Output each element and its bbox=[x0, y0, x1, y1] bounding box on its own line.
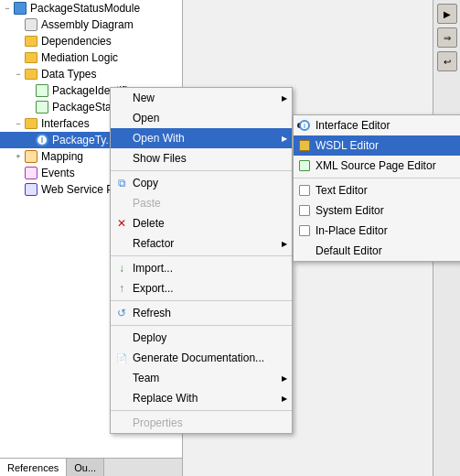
node-label-events: Events bbox=[41, 167, 75, 179]
menu-separator bbox=[111, 410, 292, 411]
submenu-openwith: IInterface EditorWSDL EditorXML Source P… bbox=[293, 114, 460, 262]
menu-item-replacewith[interactable]: Replace With▶ bbox=[111, 388, 292, 408]
submenu-item-label-inplace-editor: In-Place Editor bbox=[316, 224, 388, 237]
menu-item-label-import: Import... bbox=[133, 262, 173, 275]
menu-item-properties: Properties bbox=[111, 413, 292, 433]
submenu-item-interface-editor[interactable]: IInterface Editor bbox=[294, 115, 460, 135]
submenu-item-inplace-editor[interactable]: In-Place Editor bbox=[294, 221, 460, 241]
menu-separator bbox=[111, 255, 292, 256]
node-label-mapping: Mapping bbox=[41, 150, 83, 163]
submenu-arrow-replacewith: ▶ bbox=[282, 395, 287, 403]
menu-item-label-deploy: Deploy bbox=[133, 331, 166, 344]
expand-icon-mediation[interactable] bbox=[13, 52, 24, 63]
menu-item-paste: Paste bbox=[111, 193, 292, 213]
submenu-item-label-default-editor: Default Editor bbox=[316, 244, 382, 257]
expand-icon-pkgstatus[interactable] bbox=[24, 102, 35, 113]
submenu-arrow-new: ▶ bbox=[282, 94, 287, 103]
tree-node-mediation[interactable]: Mediation Logic bbox=[0, 49, 182, 66]
expand-icon-webservice[interactable] bbox=[13, 184, 24, 195]
toolbar-btn-1[interactable]: ▶ bbox=[437, 4, 457, 24]
menu-item-label-open: Open bbox=[133, 112, 159, 124]
export-icon: ↑ bbox=[114, 281, 129, 296]
node-icon-events bbox=[24, 166, 38, 180]
toolbar-btn-2[interactable]: ⇒ bbox=[437, 27, 457, 48]
submenu-item-system-editor[interactable]: System Editor bbox=[294, 200, 460, 221]
menu-item-label-openwith: Open With bbox=[133, 132, 185, 145]
submenu-item-label-wsdl-editor: WSDL Editor bbox=[316, 139, 379, 152]
gendoc-icon: 📄 bbox=[114, 351, 129, 365]
menu-separator bbox=[111, 300, 292, 301]
submenu-item-xml-source[interactable]: XML Source Page Editor bbox=[294, 156, 460, 176]
tree-node-dependencies[interactable]: Dependencies bbox=[0, 33, 182, 49]
node-icon-data bbox=[35, 83, 49, 98]
node-icon-data bbox=[35, 100, 49, 114]
node-label-pkgtype: PackageTy... bbox=[52, 134, 114, 146]
menu-item-gendoc[interactable]: 📄Generate Documentation... bbox=[111, 348, 292, 368]
expand-icon-pkg-module[interactable]: − bbox=[2, 3, 13, 14]
context-menu: New▶OpenOpen With▶Show Files⧉CopyPaste✕D… bbox=[110, 87, 293, 434]
expand-icon-interfaces[interactable]: − bbox=[13, 118, 24, 129]
menu-item-import[interactable]: ↓Import... bbox=[111, 258, 292, 278]
menu-item-open[interactable]: Open bbox=[111, 108, 292, 128]
expand-icon-events[interactable] bbox=[13, 168, 24, 178]
expand-icon-assembly[interactable] bbox=[13, 19, 24, 30]
menu-item-label-showfiles: Show Files bbox=[133, 152, 187, 165]
menu-item-openwith[interactable]: Open With▶ bbox=[111, 128, 292, 148]
menu-item-label-properties: Properties bbox=[133, 416, 183, 429]
menu-separator bbox=[111, 170, 292, 171]
menu-item-label-delete: Delete bbox=[133, 217, 165, 230]
tree-node-datatypes[interactable]: −Data Types bbox=[0, 66, 182, 82]
delete-icon: ✕ bbox=[114, 216, 129, 231]
submenu-item-default-editor[interactable]: Default Editor bbox=[294, 241, 460, 261]
menu-item-deploy[interactable]: Deploy bbox=[111, 328, 292, 348]
node-label-interfaces: Interfaces bbox=[41, 117, 90, 130]
menu-item-label-paste: Paste bbox=[133, 197, 161, 210]
menu-item-delete[interactable]: ✕Delete bbox=[111, 213, 292, 233]
interface-icon-sm: I bbox=[297, 118, 312, 133]
submenu-item-label-text-editor: Text Editor bbox=[316, 184, 368, 197]
node-icon-folder bbox=[24, 50, 38, 65]
xml-icon-sm bbox=[297, 158, 312, 173]
menu-item-label-refresh: Refresh bbox=[133, 307, 171, 319]
menu-item-refactor[interactable]: Refactor▶ bbox=[111, 233, 292, 254]
submenu-item-text-editor[interactable]: Text Editor bbox=[294, 180, 460, 200]
menu-item-label-replacewith: Replace With bbox=[133, 392, 198, 405]
node-icon-interface: I bbox=[35, 133, 49, 147]
menu-item-team[interactable]: Team▶ bbox=[111, 368, 292, 388]
submenu-arrow-openwith: ▶ bbox=[282, 135, 287, 143]
node-icon-web bbox=[24, 182, 38, 197]
menu-item-label-team: Team bbox=[133, 372, 159, 384]
tree-node-assembly[interactable]: Assembly Diagram bbox=[0, 16, 182, 33]
import-icon: ↓ bbox=[114, 261, 129, 276]
expand-icon-mapping[interactable]: + bbox=[13, 151, 24, 162]
submenu-item-label-interface-editor: Interface Editor bbox=[316, 119, 390, 132]
tab-outline[interactable]: Ou... bbox=[67, 459, 104, 476]
menu-item-label-new: New bbox=[133, 92, 155, 104]
menu-item-copy[interactable]: ⧉Copy bbox=[111, 173, 292, 193]
expand-icon-dependencies[interactable] bbox=[13, 36, 24, 47]
menu-item-export[interactable]: ↑Export... bbox=[111, 278, 292, 298]
menu-item-refresh[interactable]: ↺Refresh bbox=[111, 303, 292, 323]
menu-item-new[interactable]: New▶ bbox=[111, 88, 292, 108]
submenu-separator bbox=[294, 178, 460, 178]
text-icon-sm bbox=[297, 223, 312, 238]
bottom-tab-bar: References Ou... bbox=[0, 458, 183, 476]
node-icon-assembly bbox=[24, 17, 38, 32]
submenu-arrow-refactor: ▶ bbox=[282, 240, 287, 248]
node-icon-package bbox=[13, 1, 27, 16]
node-label-assembly: Assembly Diagram bbox=[41, 18, 134, 31]
expand-icon-datatypes[interactable]: − bbox=[13, 69, 24, 80]
expand-icon-pkgtype[interactable] bbox=[24, 135, 35, 146]
menu-item-showfiles[interactable]: Show Files bbox=[111, 148, 292, 168]
menu-item-label-gendoc: Generate Documentation... bbox=[133, 352, 264, 364]
toolbar-btn-3[interactable]: ↩ bbox=[437, 51, 457, 71]
tree-node-pkg-module[interactable]: −PackageStatusModule bbox=[0, 0, 182, 16]
node-icon-folder bbox=[24, 34, 38, 49]
text-icon-sm bbox=[297, 203, 312, 218]
wsdl-icon-sm bbox=[297, 138, 312, 153]
submenu-item-wsdl-editor[interactable]: WSDL Editor bbox=[294, 135, 460, 156]
submenu-arrow-team: ▶ bbox=[282, 374, 287, 383]
tab-references[interactable]: References bbox=[0, 459, 67, 476]
expand-icon-pkgid[interactable] bbox=[24, 85, 35, 96]
menu-separator bbox=[111, 325, 292, 326]
